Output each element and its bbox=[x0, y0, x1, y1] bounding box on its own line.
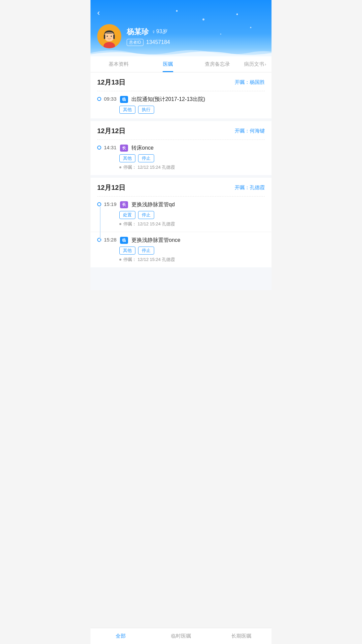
stop-info-3: 停嘱： 12/12 15:24 孔德霞 bbox=[119, 221, 265, 227]
order-row-3: 15:19 长 更换浅静脉置管qd bbox=[97, 201, 265, 208]
order-item-1: 09:33 临 出院通知(预计2017-12-13出院) 其他 执行 bbox=[90, 91, 272, 118]
order-name-1: 出院通知(预计2017-12-13出院) bbox=[131, 96, 265, 103]
doctor-label-1213: 开嘱：杨国胜 bbox=[235, 79, 265, 86]
date-header-1212-he: 12月12日 开嘱：何海键 bbox=[90, 121, 272, 140]
order-row-4: 15:28 临 更换浅静脉置管once bbox=[97, 237, 265, 244]
order-type-badge-4: 临 bbox=[120, 237, 128, 244]
patient-id-badge: 患者ID bbox=[127, 39, 143, 46]
stop-info-4: 停嘱： 12/12 15:24 孔德霞 bbox=[119, 257, 265, 263]
doctor-label-1212-he: 开嘱：何海键 bbox=[235, 128, 265, 134]
doctor-label-1212-kong: 开嘱：孔德霞 bbox=[235, 184, 265, 191]
order-row-2: 14:31 长 转床once bbox=[97, 145, 265, 152]
order-tags-3: 处置 停止 bbox=[119, 211, 265, 219]
order-type-badge-2: 长 bbox=[120, 145, 128, 152]
patient-id-row: 患者ID 13457184 bbox=[127, 39, 170, 46]
tag-other-1[interactable]: 其他 bbox=[119, 106, 135, 114]
date-section-1212-kong: 12月12日 开嘱：孔德霞 15:19 长 更换浅静脉置管qd 处置 停止 bbox=[90, 178, 272, 267]
tag-stop-4[interactable]: 停止 bbox=[138, 247, 154, 255]
time-circle-4 bbox=[97, 238, 101, 242]
tab-orders[interactable]: 医嘱 bbox=[143, 56, 192, 72]
date-header-1212-kong: 12月12日 开嘱：孔德霞 bbox=[90, 178, 272, 196]
svg-point-5 bbox=[111, 36, 112, 37]
tag-execute-1[interactable]: 执行 bbox=[138, 106, 154, 114]
date-header-1213: 12月13日 开嘱：杨国胜 bbox=[90, 72, 272, 91]
chevron-right-icon: › bbox=[265, 62, 266, 67]
date-section-1213: 12月13日 开嘱：杨国胜 09:33 临 出院通知(预计2017-12-13出… bbox=[90, 72, 272, 118]
tag-stop-3[interactable]: 停止 bbox=[138, 211, 154, 219]
patient-info: 杨某珍 ♀93岁 患者ID 13457184 bbox=[127, 27, 170, 46]
back-button[interactable]: ‹ bbox=[97, 7, 103, 19]
date-label-1212-he: 12月12日 bbox=[97, 126, 126, 136]
order-time-2: 14:31 bbox=[97, 145, 117, 150]
time-circle-2 bbox=[97, 146, 101, 150]
order-name-3: 更换浅静脉置管qd bbox=[131, 201, 265, 208]
order-type-badge-3: 长 bbox=[120, 201, 128, 208]
tab-rounds[interactable]: 查房备忘录 bbox=[193, 56, 242, 72]
svg-point-4 bbox=[107, 36, 108, 37]
stop-dot-3 bbox=[119, 223, 121, 225]
patient-id-number: 13457184 bbox=[146, 39, 170, 45]
patient-age: 93岁 bbox=[156, 28, 168, 35]
order-time-3: 15:19 bbox=[97, 201, 117, 207]
order-type-badge-1: 临 bbox=[120, 96, 128, 103]
time-circle-1 bbox=[97, 97, 101, 101]
wave-decoration bbox=[90, 46, 272, 56]
order-time-1: 09:33 bbox=[97, 96, 117, 102]
svg-rect-2 bbox=[104, 35, 105, 39]
patient-gender-age: ♀93岁 bbox=[152, 28, 168, 35]
header-top: ‹ bbox=[97, 7, 265, 19]
date-label-1212-kong: 12月12日 bbox=[97, 183, 126, 192]
tag-other-4[interactable]: 其他 bbox=[119, 247, 135, 255]
header: ‹ 杨某珍 bbox=[90, 0, 272, 56]
order-name-2: 转床once bbox=[131, 145, 265, 152]
order-tags-2: 其他 停止 bbox=[119, 154, 265, 162]
patient-name-row: 杨某珍 ♀93岁 bbox=[127, 27, 170, 37]
patient-name: 杨某珍 bbox=[127, 27, 149, 37]
vertical-connector-line bbox=[100, 207, 101, 242]
tab-bar: 基本资料 医嘱 查房备忘录 病历文书 › bbox=[90, 56, 272, 72]
date-label-1213: 12月13日 bbox=[97, 78, 126, 87]
order-item-3: 15:19 长 更换浅静脉置管qd 处置 停止 停嘱： 12/12 15:24 … bbox=[90, 197, 272, 232]
tag-stop-2[interactable]: 停止 bbox=[138, 154, 154, 162]
order-tags-4: 其他 停止 bbox=[119, 247, 265, 255]
order-item-4: 15:28 临 更换浅静脉置管once 其他 停止 停嘱： 12/12 15:2… bbox=[90, 232, 272, 267]
order-item-2: 14:31 长 转床once 其他 停止 停嘱： 12/12 15:24 孔德霞 bbox=[90, 140, 272, 175]
content-area: 12月13日 开嘱：杨国胜 09:33 临 出院通知(预计2017-12-13出… bbox=[90, 72, 272, 290]
avatar bbox=[97, 24, 121, 48]
order-tags-1: 其他 执行 bbox=[119, 106, 265, 114]
tab-records[interactable]: 病历文书 › bbox=[242, 56, 268, 72]
date-section-1212-he: 12月12日 开嘱：何海键 14:31 长 转床once 其他 停止 bbox=[90, 121, 272, 175]
tag-process-3[interactable]: 处置 bbox=[119, 211, 135, 219]
stop-dot-2 bbox=[119, 166, 121, 168]
order-row-1: 09:33 临 出院通知(预计2017-12-13出院) bbox=[97, 96, 265, 103]
order-name-4: 更换浅静脉置管once bbox=[131, 237, 265, 244]
gender-symbol: ♀ bbox=[152, 29, 156, 35]
tab-basic[interactable]: 基本资料 bbox=[94, 56, 143, 72]
tag-other-2[interactable]: 其他 bbox=[119, 154, 135, 162]
time-circle-3 bbox=[97, 202, 101, 206]
stop-info-2: 停嘱： 12/12 15:24 孔德霞 bbox=[119, 164, 265, 170]
stop-dot-4 bbox=[119, 259, 121, 261]
svg-rect-3 bbox=[113, 35, 115, 39]
